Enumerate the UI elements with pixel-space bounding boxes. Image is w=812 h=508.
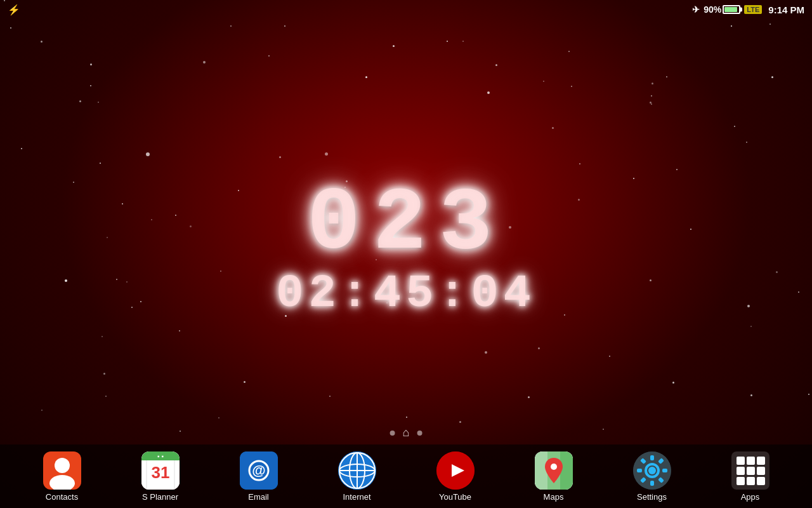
settings-label: Settings bbox=[637, 492, 667, 502]
email-icon: @ bbox=[240, 451, 278, 490]
app-settings[interactable]: Settings bbox=[627, 451, 678, 502]
svg-rect-42 bbox=[747, 477, 755, 485]
svg-point-26 bbox=[648, 467, 656, 474]
youtube-svg bbox=[436, 451, 475, 490]
svg-text:31: 31 bbox=[151, 463, 169, 482]
svg-point-1 bbox=[49, 475, 75, 490]
svg-text:▪ ▪: ▪ ▪ bbox=[157, 453, 164, 460]
svg-point-0 bbox=[55, 458, 70, 473]
taskbar: Contacts ▪ ▪ 31 S Planner @ Email bbox=[0, 444, 812, 508]
app-splanner[interactable]: ▪ ▪ 31 S Planner bbox=[135, 451, 186, 502]
contacts-svg bbox=[43, 451, 81, 490]
contacts-icon bbox=[43, 451, 81, 490]
email-label: Email bbox=[248, 492, 269, 502]
status-right: ✈ 90% LTE 9:14 PM bbox=[692, 4, 804, 15]
app-apps[interactable]: Apps bbox=[725, 451, 776, 502]
day-counter: 023 bbox=[307, 173, 505, 274]
apps-icon bbox=[731, 451, 769, 490]
svg-rect-36 bbox=[747, 457, 755, 465]
status-time: 9:14 PM bbox=[768, 4, 804, 15]
splanner-svg: ▪ ▪ 31 bbox=[141, 451, 180, 490]
internet-label: Internet bbox=[343, 492, 370, 502]
youtube-icon bbox=[436, 451, 475, 490]
app-contacts[interactable]: Contacts bbox=[37, 451, 88, 502]
svg-marker-22 bbox=[560, 451, 573, 490]
home-button[interactable]: ⌂ bbox=[403, 426, 410, 439]
email-svg: @ bbox=[240, 451, 278, 490]
svg-rect-43 bbox=[757, 477, 765, 485]
status-bar: ⚡ ✈ 90% LTE 9:14 PM bbox=[0, 0, 812, 19]
nav-dots: ⌂ bbox=[390, 426, 422, 439]
maps-svg bbox=[535, 451, 573, 490]
svg-text:@: @ bbox=[252, 462, 265, 478]
splanner-icon: ▪ ▪ 31 bbox=[141, 451, 180, 490]
app-maps[interactable]: Maps bbox=[528, 451, 579, 502]
svg-rect-39 bbox=[747, 467, 755, 475]
maps-label: Maps bbox=[544, 492, 564, 502]
usb-icon: ⚡ bbox=[8, 4, 20, 16]
battery-container: 90% bbox=[704, 4, 740, 15]
time-counter: 02:45:04 bbox=[276, 268, 536, 320]
battery-fill bbox=[724, 7, 737, 12]
nav-dot-2[interactable] bbox=[417, 431, 422, 436]
svg-rect-40 bbox=[757, 467, 765, 475]
svg-rect-28 bbox=[650, 481, 654, 486]
status-left: ⚡ bbox=[8, 4, 20, 16]
nav-dot-1[interactable] bbox=[390, 431, 395, 436]
battery-box bbox=[723, 5, 740, 14]
svg-point-23 bbox=[551, 464, 557, 470]
svg-rect-37 bbox=[757, 457, 765, 465]
svg-rect-29 bbox=[637, 469, 642, 472]
svg-rect-30 bbox=[662, 469, 667, 472]
svg-rect-41 bbox=[737, 477, 745, 485]
svg-rect-27 bbox=[650, 455, 654, 460]
app-email[interactable]: @ Email bbox=[233, 451, 284, 502]
settings-icon bbox=[633, 451, 671, 490]
svg-rect-38 bbox=[737, 467, 745, 475]
svg-rect-35 bbox=[737, 457, 745, 465]
signal-label: LTE bbox=[744, 5, 762, 14]
battery-percent: 90% bbox=[704, 4, 721, 15]
splanner-label: S Planner bbox=[142, 492, 178, 502]
internet-icon bbox=[338, 451, 376, 490]
airplane-icon: ✈ bbox=[692, 4, 700, 15]
clock-container: 023 02:45:04 bbox=[203, 173, 609, 320]
internet-svg bbox=[338, 451, 376, 490]
contacts-label: Contacts bbox=[46, 492, 78, 502]
youtube-label: YouTube bbox=[439, 492, 471, 502]
maps-icon bbox=[535, 451, 573, 490]
app-youtube[interactable]: YouTube bbox=[430, 451, 481, 502]
app-internet[interactable]: Internet bbox=[332, 451, 383, 502]
svg-marker-20 bbox=[535, 451, 547, 490]
apps-label: Apps bbox=[741, 492, 760, 502]
apps-svg bbox=[731, 451, 769, 490]
settings-svg bbox=[633, 451, 671, 490]
